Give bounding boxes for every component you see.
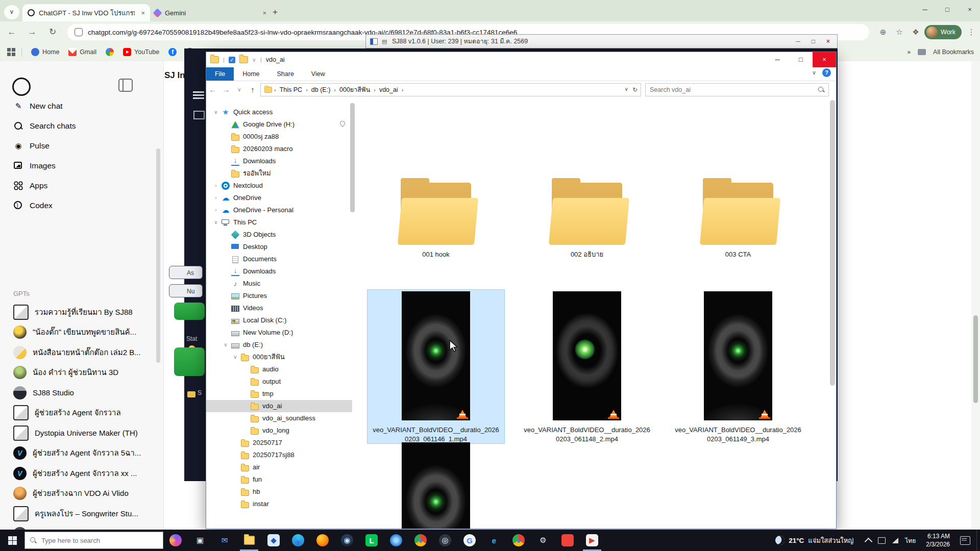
zoom-icon[interactable]: ⊕: [875, 24, 891, 40]
tree-item-Local-Disk-(C:)[interactable]: Local Disk (C:): [206, 314, 352, 327]
tab-close-icon[interactable]: ×: [262, 9, 266, 17]
sidebar-item-search-chats[interactable]: Search chats: [0, 116, 163, 136]
bookmark-item-home[interactable]: Home: [31, 48, 59, 56]
expand-icon[interactable]: ›: [213, 180, 218, 192]
gpt-item-0[interactable]: รวมความรู้ที่เรียนมา By SJ88: [0, 302, 163, 322]
tab-search-chevron-icon[interactable]: ∨: [4, 5, 19, 19]
tree-item-New-Volume-(D:)[interactable]: New Volume (D:): [206, 327, 352, 339]
ribbon-collapse-icon[interactable]: ∨: [812, 69, 816, 76]
explorer-close-button[interactable]: ×: [813, 52, 836, 67]
tab-close-icon[interactable]: ×: [141, 9, 145, 17]
action-center-icon[interactable]: [960, 536, 970, 545]
tree-item-Pictures[interactable]: Pictures: [206, 290, 352, 302]
gpt-item-8[interactable]: Vผู้ช่วยสร้าง Agent จักรวาล xx ...: [0, 463, 163, 484]
browser-maximize-button[interactable]: □: [937, 2, 958, 17]
folder-tile[interactable]: 002 อธิบาย: [519, 159, 655, 259]
tree-item-20250717[interactable]: 20250717: [206, 437, 352, 449]
sidebar-item-new-chat[interactable]: ✎New chat: [0, 96, 163, 116]
tree-item-fun[interactable]: fun: [206, 473, 352, 486]
reload-icon[interactable]: ↻: [44, 23, 61, 41]
ribbon-tab-view[interactable]: View: [303, 67, 334, 81]
tree-item-Quick-access[interactable]: ∨★Quick access: [206, 106, 352, 118]
tree-item-instar[interactable]: instar: [206, 498, 352, 510]
file-explorer-icon[interactable]: [237, 530, 261, 551]
ribbon-tab-file[interactable]: File: [206, 67, 234, 81]
number-field[interactable]: Nu: [169, 284, 203, 297]
qat-properties-icon[interactable]: ✓: [229, 57, 235, 63]
site-settings-icon[interactable]: [75, 28, 83, 36]
bookmarks-overflow-icon[interactable]: »: [907, 48, 911, 56]
mail-icon[interactable]: ✉: [212, 530, 237, 551]
tree-item-OneDrive---Personal[interactable]: ›☁OneDrive - Personal: [206, 204, 352, 216]
line-icon[interactable]: L: [359, 530, 384, 551]
nav-forward-icon[interactable]: →: [219, 85, 233, 94]
tree-item-3D-Objects[interactable]: 3D Objects: [206, 229, 352, 241]
tree-item-audio[interactable]: audio: [206, 363, 352, 375]
gpt-item-3[interactable]: น้อง คำร่า ผู้ช่วยนิทาน 3D: [0, 363, 163, 383]
tree-item-000ยาสีฟัน[interactable]: ∨000ยาสีฟัน: [206, 351, 352, 363]
tree-item-air[interactable]: air: [206, 461, 352, 473]
content-scrollbar[interactable]: [830, 100, 835, 386]
forward-icon[interactable]: →: [23, 23, 41, 41]
tree-item-vdo_ai_soundless[interactable]: vdo_ai_soundless: [206, 412, 352, 424]
tree-item-Nextcloud[interactable]: ›Nextcloud: [206, 180, 352, 192]
sj88-app-icon[interactable]: ▶: [580, 530, 604, 551]
start-button[interactable]: [0, 530, 24, 551]
video-file-tile[interactable]: veo_VARIANT_BoldVIDEO__duratio_20260203_…: [519, 290, 655, 443]
gpt-item-4[interactable]: SJ88 Studio: [0, 383, 163, 403]
tree-item-db-(E:)[interactable]: ∨db (E:): [206, 339, 352, 351]
qat-newfolder-icon[interactable]: [239, 56, 248, 63]
breadcrumb-segment[interactable]: vdo_ai: [377, 86, 400, 93]
tree-item-0000sj-za88[interactable]: 0000sj za88: [206, 131, 352, 143]
expand-icon[interactable]: ∨: [213, 106, 218, 118]
minimize-icon[interactable]: ─: [796, 38, 800, 45]
back-icon[interactable]: ←: [3, 23, 20, 41]
new-tab-button[interactable]: +: [268, 6, 282, 19]
aspect-field[interactable]: As: [169, 266, 203, 279]
chrome-icon[interactable]: ●: [408, 530, 433, 551]
photos-icon[interactable]: ◆: [261, 530, 286, 551]
tree-item-OneDrive[interactable]: ›☁OneDrive: [206, 192, 352, 204]
all-bookmarks-label[interactable]: All Bookmarks: [933, 48, 974, 56]
edge-compass-icon[interactable]: [384, 530, 408, 551]
explorer-maximize-button[interactable]: □: [789, 52, 813, 67]
sidebar-toggle-icon[interactable]: [118, 79, 133, 92]
firefox-icon[interactable]: [310, 530, 335, 551]
expand-icon[interactable]: ∨: [233, 351, 238, 363]
explorer-search-box[interactable]: [645, 83, 829, 96]
video-file-tile[interactable]: veo_VARIANT_BoldVIDEO__duratio_20260203_…: [368, 441, 504, 529]
close-icon[interactable]: ×: [826, 38, 830, 45]
tree-item-vdo_ai[interactable]: vdo_ai: [206, 400, 352, 412]
language-indicator[interactable]: ไทย: [905, 536, 916, 545]
edge-icon[interactable]: [286, 530, 310, 551]
tree-item-tmp[interactable]: tmp: [206, 388, 352, 400]
taskbar-search-box[interactable]: [24, 532, 163, 549]
browser-minimize-button[interactable]: ─: [915, 2, 935, 17]
nav-recent-icon[interactable]: ∨: [233, 87, 246, 92]
bookmark-item-youtube[interactable]: YouTube: [123, 48, 159, 56]
tree-item-20250717sj88[interactable]: 20250717sj88: [206, 449, 352, 461]
explorer-search-input[interactable]: [646, 86, 818, 94]
tree-item-Documents[interactable]: Documents: [206, 253, 352, 265]
bookmark-star-icon[interactable]: ☆: [892, 24, 907, 40]
gpt-item-5[interactable]: ผู้ช่วยสร้าง Agent จักรวาล: [0, 403, 163, 423]
expand-icon[interactable]: ›: [213, 204, 218, 216]
maximize-icon[interactable]: □: [812, 38, 815, 45]
browser-menu-icon[interactable]: ⋮: [964, 24, 979, 40]
nav-back-icon[interactable]: ←: [206, 85, 219, 94]
extensions-icon[interactable]: ❖: [908, 24, 923, 40]
start-button[interactable]: [174, 347, 205, 376]
browser-profile-button[interactable]: Work: [924, 25, 962, 39]
tree-item-output[interactable]: output: [206, 375, 352, 388]
apps-grid-icon[interactable]: [7, 48, 15, 56]
taskview-icon[interactable]: ▣: [188, 530, 212, 551]
breadcrumb-segment[interactable]: db (E:): [309, 86, 333, 93]
generate-button[interactable]: [174, 303, 205, 320]
hidden-icons-chevron-icon[interactable]: [865, 537, 873, 545]
openai-logo-icon[interactable]: [12, 78, 31, 96]
ribbon-tab-share[interactable]: Share: [268, 67, 303, 81]
settings-icon[interactable]: ⚙: [531, 530, 555, 551]
sidebar-scrollbar[interactable]: [156, 148, 160, 363]
battery-icon[interactable]: [878, 537, 886, 544]
gpt-item-9[interactable]: ผู้ช่วยสร้างฉาก VDO Ai Vlido: [0, 484, 163, 504]
